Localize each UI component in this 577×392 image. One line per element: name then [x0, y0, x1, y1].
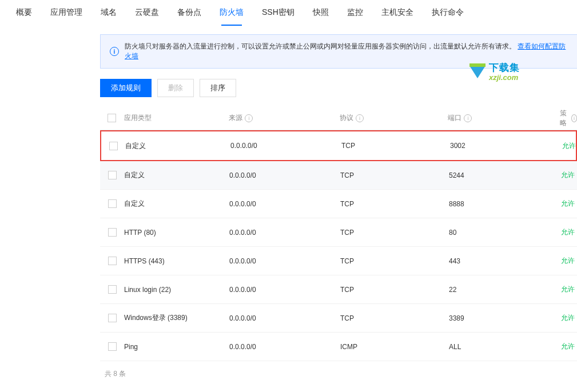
- tab-10[interactable]: 执行命令: [423, 0, 473, 25]
- table-row: Linux login (22)0.0.0.0/0TCP22允许: [100, 275, 577, 304]
- table-footer: 共 8 条: [100, 361, 577, 387]
- col-type: 应用类型: [124, 113, 229, 123]
- tab-8[interactable]: 监控: [338, 0, 372, 25]
- info-banner: i 防火墙只对服务器的入流量进行控制，可以设置允许或禁止公网或内网对轻量应用服务…: [100, 34, 577, 69]
- tab-7[interactable]: 快照: [304, 0, 338, 25]
- info-icon: i: [110, 47, 119, 56]
- cell-protocol: TCP: [340, 257, 449, 265]
- cell-source: 0.0.0.0/0: [230, 142, 341, 150]
- cell-source: 0.0.0.0/0: [229, 286, 340, 294]
- col-source: 来源i: [229, 113, 340, 123]
- row-checkbox[interactable]: [108, 199, 117, 208]
- cell-port: 5244: [449, 171, 561, 179]
- row-checkbox[interactable]: [108, 314, 117, 322]
- cell-policy: 允许: [561, 170, 577, 180]
- cell-policy: 允许: [561, 199, 577, 209]
- cell-policy: 允许: [561, 227, 577, 237]
- rules-table: 应用类型 来源i 协议i 端口i 策略i 自定义0.0.0.0/0TCP3002…: [100, 106, 577, 361]
- tab-3[interactable]: 云硬盘: [126, 0, 168, 25]
- help-icon[interactable]: i: [464, 114, 472, 122]
- cell-port: 3002: [450, 142, 562, 150]
- cell-port: 3389: [449, 314, 561, 322]
- col-protocol: 协议i: [340, 113, 448, 123]
- banner-text: 防火墙只对服务器的入流量进行控制，可以设置允许或禁止公网或内网对轻量应用服务器实…: [125, 42, 568, 61]
- cell-protocol: TCP: [340, 286, 449, 294]
- cell-port: 22: [449, 286, 561, 294]
- cell-protocol: TCP: [340, 171, 449, 179]
- row-checkbox[interactable]: [108, 342, 117, 351]
- tab-4[interactable]: 备份点: [168, 0, 210, 25]
- cell-policy: 允许: [561, 313, 577, 323]
- tab-5[interactable]: 防火墙: [210, 0, 253, 25]
- row-checkbox[interactable]: [108, 171, 117, 179]
- cell-type: Linux login (22): [124, 286, 229, 294]
- col-port: 端口i: [448, 113, 560, 123]
- select-all-checkbox[interactable]: [108, 114, 116, 122]
- tab-9[interactable]: 主机安全: [372, 0, 423, 25]
- table-header: 应用类型 来源i 协议i 端口i 策略i: [100, 106, 577, 130]
- cell-source: 0.0.0.0/0: [229, 200, 340, 208]
- cell-source: 0.0.0.0/0: [229, 257, 340, 265]
- cell-source: 0.0.0.0/0: [229, 314, 340, 322]
- delete-button[interactable]: 删除: [157, 79, 194, 97]
- tab-1[interactable]: 应用管理: [41, 0, 91, 25]
- table-row: Windows登录 (3389)0.0.0.0/0TCP3389允许: [100, 304, 577, 333]
- tab-0[interactable]: 概要: [7, 0, 41, 25]
- cell-type: HTTP (80): [124, 229, 229, 237]
- content-area: i 防火墙只对服务器的入流量进行控制，可以设置允许或禁止公网或内网对轻量应用服务…: [0, 34, 577, 387]
- cell-protocol: ICMP: [340, 343, 449, 351]
- cell-policy: 允许: [561, 256, 577, 266]
- tab-2[interactable]: 域名: [91, 0, 126, 25]
- cell-policy: 允许: [561, 342, 577, 351]
- cell-protocol: TCP: [341, 142, 450, 150]
- table-row: HTTPS (443)0.0.0.0/0TCP443允许: [100, 247, 577, 275]
- cell-source: 0.0.0.0/0: [229, 343, 340, 351]
- cell-protocol: TCP: [340, 314, 449, 322]
- help-icon[interactable]: i: [356, 114, 364, 122]
- cell-type: 自定义: [125, 141, 230, 151]
- cell-source: 0.0.0.0/0: [229, 171, 340, 179]
- help-icon[interactable]: i: [571, 114, 577, 122]
- table-row: HTTP (80)0.0.0.0/0TCP80允许: [100, 218, 577, 247]
- cell-port: 443: [449, 257, 561, 265]
- table-row: 自定义0.0.0.0/0TCP5244允许: [100, 161, 577, 190]
- row-checkbox[interactable]: [108, 257, 117, 265]
- cell-type: 自定义: [124, 199, 229, 209]
- help-icon[interactable]: i: [245, 114, 253, 122]
- cell-type: Ping: [124, 343, 229, 351]
- cell-protocol: TCP: [340, 200, 449, 208]
- table-row: 自定义0.0.0.0/0TCP8888允许: [100, 190, 577, 218]
- cell-policy: 允许: [561, 285, 577, 294]
- cell-policy: 允许: [562, 141, 576, 151]
- cell-type: HTTPS (443): [124, 257, 229, 265]
- cell-port: 8888: [449, 200, 561, 208]
- row-checkbox[interactable]: [108, 285, 117, 294]
- toolbar: 添加规则 删除 排序: [100, 79, 577, 97]
- cell-type: Windows登录 (3389): [124, 313, 229, 323]
- cell-type: 自定义: [124, 170, 229, 180]
- row-checkbox[interactable]: [109, 142, 118, 150]
- table-row: Ping0.0.0.0/0ICMPALL允许: [100, 333, 577, 361]
- cell-port: 80: [449, 229, 561, 237]
- col-policy: 策略i: [560, 109, 577, 128]
- row-checkbox[interactable]: [108, 228, 117, 237]
- add-rule-button[interactable]: 添加规则: [100, 79, 152, 97]
- table-row: 自定义0.0.0.0/0TCP3002允许: [100, 130, 577, 161]
- cell-source: 0.0.0.0/0: [229, 229, 340, 237]
- cell-protocol: TCP: [340, 229, 449, 237]
- sort-button[interactable]: 排序: [200, 79, 236, 97]
- tab-6[interactable]: SSH密钥: [253, 0, 304, 25]
- tab-bar: 概要应用管理域名云硬盘备份点防火墙SSH密钥快照监控主机安全执行命令: [0, 0, 577, 25]
- cell-port: ALL: [449, 343, 561, 351]
